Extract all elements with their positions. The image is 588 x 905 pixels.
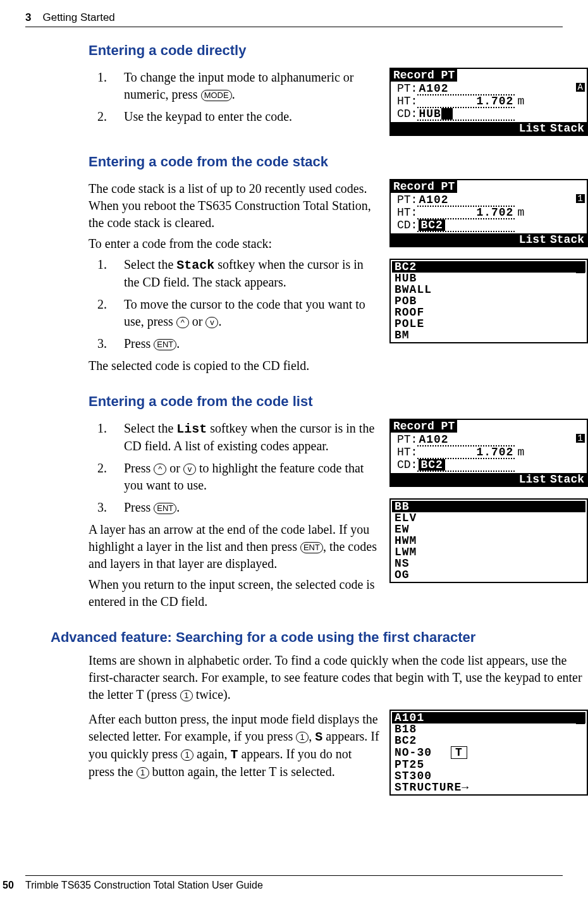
s2-p3: The selected code is copied to the CD fi… (89, 357, 381, 374)
stack-item: POB (392, 295, 585, 307)
cd-value-3: BC2 (417, 459, 515, 472)
s3-step2: Press ^ or v to highlight the feature co… (89, 460, 381, 494)
ent-key-2: ENT (154, 503, 176, 514)
s2-step2-c: . (218, 314, 221, 328)
letter-t: T (230, 748, 238, 762)
s1-step1: To change the input mode to alphanumeric… (89, 69, 381, 103)
s2-p2: To enter a code from the code stack: (89, 235, 381, 252)
softkey-list: List (519, 123, 546, 134)
s3-p1: A layer has an arrow at the end of the c… (89, 521, 381, 572)
cd-value-2: BC2 (417, 219, 515, 232)
s4-p1: Items are shown in alphabetic order. To … (89, 652, 588, 703)
pt-value-2: A102 (417, 194, 515, 207)
chapter-title: Getting Started (42, 11, 114, 24)
up-key-2: ^ (154, 464, 166, 475)
ht-unit-3: m (517, 446, 524, 459)
s2-p1: The code stack is a list of up to 20 rec… (89, 180, 381, 231)
softkey-list-2: List (519, 234, 546, 245)
s4-p2: After each button press, the input mode … (89, 711, 381, 780)
one-key: 1 (180, 690, 193, 701)
mode-key: MODE (201, 90, 232, 101)
s1-step2: Use the keypad to enter the code. (89, 108, 381, 125)
s2-step1-a: Select the (124, 257, 176, 271)
ent-key-3: ENT (300, 542, 323, 553)
one-key-4: 1 (137, 767, 149, 779)
ht-value-2: 1.702 (417, 207, 515, 219)
lcd-stack-list: A BC2 HUB BWALL POB ROOF POLE BM (389, 259, 588, 343)
stack-item: POLE (392, 318, 585, 329)
page-header: 3 Getting Started (25, 11, 563, 24)
lcd-record-pt-3: Record PT 1 PT:A102 HT:1.702m CD:BC2 Lis… (389, 419, 588, 487)
softkey-list-3: List (519, 474, 546, 485)
s3-step2-b: or (166, 461, 183, 475)
footer-title: Trimble TS635 Construction Total Station… (25, 880, 263, 890)
lcd-search-list: A A101 B18 BC2 NO-30T PT25 ST300 STRUCTU… (389, 710, 588, 796)
s1-step1-text-a: To change the input mode to alphanumeric… (124, 70, 354, 101)
s4-p2-f: button again, the letter T is selected. (149, 765, 335, 779)
pt-label-2: PT: (397, 194, 417, 207)
stack-item: ROOF (392, 307, 585, 318)
list-item: HWM (392, 535, 585, 546)
search-item: STRUCTURE→ (392, 782, 585, 793)
list-item: BB (392, 501, 585, 512)
one-key-3: 1 (181, 749, 193, 761)
heading-code-list: Entering a code from the code list (89, 393, 588, 410)
pt-value: A102 (417, 83, 515, 95)
s4-p1-a: Items are shown in alphabetic order. To … (89, 653, 582, 701)
ht-value: 1.702 (417, 95, 515, 108)
ent-key: ENT (154, 339, 176, 350)
softkey-stack-3: Stack (550, 474, 584, 485)
lcd-code-list: BB ELV EW HWM LWM NS OG (389, 498, 588, 583)
softkey-stack: Stack (550, 123, 584, 134)
heading-advanced-search: Advanced feature: Searching for a code u… (51, 629, 588, 646)
pt-label-3: PT: (397, 434, 417, 446)
stack-item: BWALL (392, 284, 585, 295)
cd-label: CD: (397, 108, 417, 121)
stack-softkey-label: Stack (176, 258, 214, 273)
pt-value-3: A102 (417, 434, 515, 446)
ht-unit-2: m (517, 207, 524, 219)
indicator-A: A (576, 83, 585, 92)
search-item: PT25 (392, 759, 585, 770)
search-item: B18 (392, 723, 585, 735)
lcd-title-3: Record PT (391, 420, 457, 433)
heading-entering-code-directly: Entering a code directly (89, 42, 588, 59)
s3-step3: Press ENT. (89, 499, 381, 516)
search-item: A101 (392, 712, 585, 723)
lcd-title: Record PT (391, 69, 457, 82)
ht-label: HT: (397, 95, 417, 108)
stack-item: HUB (392, 273, 585, 284)
s2-step2-a: To move the cursor to the code that you … (124, 297, 365, 328)
ht-label-2: HT: (397, 207, 417, 219)
s2-step3: Press ENT. (89, 335, 381, 352)
down-key-2: v (183, 464, 196, 475)
letter-s: S (315, 730, 322, 744)
search-item: BC2 (392, 735, 585, 746)
one-key-2: 1 (296, 732, 309, 743)
ht-unit: m (517, 95, 524, 108)
list-item: NS (392, 558, 585, 569)
lcd-title-2: Record PT (391, 180, 457, 193)
s2-step2-b: or (189, 314, 206, 328)
s3-step1: Select the List softkey when the cursor … (89, 420, 381, 455)
s3-step1-a: Select the (124, 421, 176, 435)
stack-item: BM (392, 329, 585, 341)
s2-step3-a: Press (124, 336, 154, 350)
softkey-stack-2: Stack (550, 234, 584, 245)
search-char-box: T (451, 746, 467, 759)
pt-label: PT: (397, 83, 417, 95)
s2-step1: Select the Stack softkey when the cursor… (89, 256, 381, 291)
s3-p2: When you return to the input screen, the… (89, 576, 381, 610)
chapter-number: 3 (25, 11, 31, 24)
s3-step3-b: . (176, 500, 180, 514)
down-key: v (205, 317, 218, 328)
search-item: ST300 (392, 770, 585, 782)
cd-value: HUB (417, 108, 515, 121)
list-item: LWM (392, 546, 585, 558)
s3-step2-a: Press (124, 461, 154, 475)
stack-item: BC2 (392, 261, 585, 273)
s4-p2-d: again, (193, 747, 230, 761)
list-softkey-label: List (176, 422, 207, 436)
page-number: 50 (3, 880, 14, 890)
s2-step2: To move the cursor to the code that you … (89, 296, 381, 330)
